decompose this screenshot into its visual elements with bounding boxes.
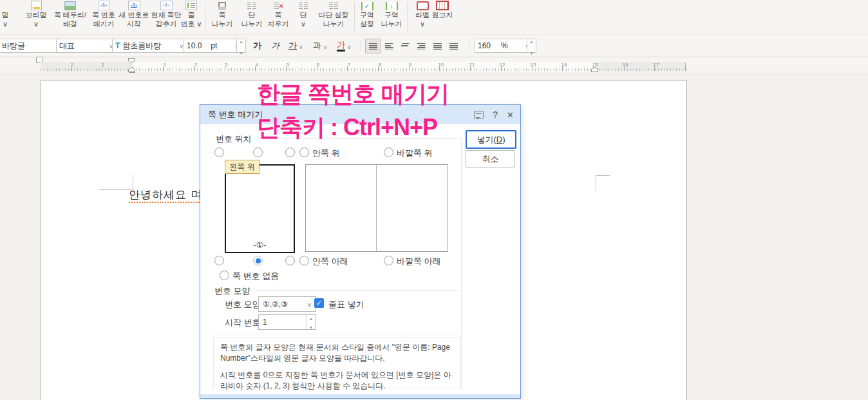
- spin-down-icon[interactable]: [310, 322, 312, 331]
- facing-pages-divider: [376, 165, 377, 251]
- chevron-down-icon: [176, 41, 184, 50]
- radio-outer-top[interactable]: [384, 148, 393, 157]
- style-set-select[interactable]: 대표: [56, 39, 117, 53]
- start-number-value: 1: [263, 318, 267, 327]
- ribbon-separator: [205, 3, 205, 32]
- ruler-number: 12: [500, 62, 505, 68]
- ribbon-item-page-number[interactable]: 쪽 번호 매기기: [88, 0, 120, 34]
- zoom-select[interactable]: 160 %: [475, 39, 533, 53]
- start-number-input[interactable]: 1: [258, 314, 316, 330]
- spin-down-icon[interactable]: [531, 46, 533, 57]
- ruler-number: 17: [654, 62, 659, 68]
- ruler-number: 9: [409, 62, 411, 68]
- ribbon-item-label: 나누기: [208, 19, 236, 28]
- radio-top-right[interactable]: [285, 148, 295, 157]
- ribbon-item-page-break[interactable]: 쪽 나누기: [208, 0, 236, 34]
- chevron-down-icon: ∨: [19, 19, 53, 28]
- font-type-icon: T: [115, 41, 120, 50]
- page-number-dialog: 쪽 번호 매기기 번호 위치 안쪽 위 바깥쪽 위 왼쪽 위 -①- 안쪽 아래: [200, 104, 521, 399]
- align-center-button[interactable]: [397, 39, 413, 53]
- radio-bottom-center[interactable]: [253, 256, 263, 265]
- spin-up-icon[interactable]: [531, 34, 533, 46]
- radio-top-left[interactable]: [214, 148, 224, 157]
- ribbon-item-multicolumn-break[interactable]: 다단 설정 나누기: [315, 0, 352, 34]
- radio-no-page-number[interactable]: [220, 271, 229, 280]
- font-size-select[interactable]: 10.0 pt: [184, 39, 242, 53]
- ribbon-item-section-settings[interactable]: 구역 설정: [355, 0, 379, 34]
- ribbon-item-page-border[interactable]: 쪽 테두리/ 배경: [52, 0, 89, 34]
- bold-button[interactable]: 가: [253, 39, 261, 52]
- align-justify-button[interactable]: [365, 39, 381, 53]
- page-number-icon: [98, 1, 110, 10]
- cancel-button[interactable]: 취소: [466, 150, 515, 167]
- ribbon-item-label: 설정: [355, 19, 379, 28]
- ribbon-item-label: 시작: [116, 19, 152, 28]
- ribbon-item-restart-number[interactable]: 새 번호로 시작: [116, 0, 152, 34]
- font-color-glyph: 가: [337, 41, 345, 52]
- insert-button[interactable]: 넣기(D): [466, 130, 516, 149]
- zoom-unit: %: [501, 41, 508, 50]
- spin-up-icon[interactable]: [240, 34, 243, 46]
- single-page-preview: -①-: [225, 164, 295, 253]
- ribbon-item-label: 지우기: [264, 19, 292, 28]
- paragraph-style-value: 바탕글: [2, 41, 25, 52]
- align-left-icon: [385, 43, 393, 50]
- spin-down-icon[interactable]: [240, 46, 243, 57]
- align-left-button[interactable]: [381, 39, 397, 53]
- align-right-button[interactable]: [413, 39, 429, 53]
- outline-button[interactable]: 과: [313, 39, 328, 52]
- ribbon-item-label: 새 번호로: [116, 10, 152, 19]
- radio-inner-top[interactable]: [299, 148, 309, 157]
- ruler-number: 7: [348, 62, 350, 68]
- annotation-shortcut: 단축키 : Ctrl+N+P: [257, 115, 437, 140]
- start-number-stepper[interactable]: [306, 315, 316, 329]
- align-distribute-button[interactable]: [429, 39, 445, 53]
- chevron-down-icon: [299, 41, 303, 51]
- ribbon-item-label: 배경: [52, 19, 89, 28]
- font-size-stepper[interactable]: [236, 39, 246, 53]
- radio-bottom-left[interactable]: [214, 256, 224, 265]
- section-settings-icon: [361, 2, 373, 10]
- zoom-stepper[interactable]: [527, 39, 536, 53]
- chevron-down-icon: [323, 41, 328, 51]
- ribbon-item-page-delete[interactable]: 쪽 지우기: [264, 0, 292, 34]
- line-spacing-button[interactable]: [446, 39, 461, 53]
- dash-checkbox-label: 줄표 넣기: [328, 299, 364, 310]
- font-color-button[interactable]: 가: [337, 39, 352, 52]
- ribbon-item-label: 구역: [355, 10, 379, 19]
- chevron-down-icon: ∨: [0, 19, 13, 28]
- ribbon-item-footer[interactable]: 꼬리말 ∨: [19, 0, 53, 34]
- toolbar-separator: [361, 41, 361, 51]
- ruler-number: 2: [194, 62, 197, 68]
- radio-no-page-number-label: 쪽 번호 없음: [232, 271, 279, 282]
- font-select[interactable]: T 함초롬바탕: [112, 39, 187, 53]
- ribbon-item-manuscript[interactable]: 원고지: [429, 0, 455, 34]
- number-shape-select[interactable]: ①,②,③: [258, 296, 316, 312]
- zoom-value: 160: [478, 41, 491, 50]
- ribbon-item-section-break[interactable]: 구역 나누기: [379, 0, 404, 34]
- radio-outer-bottom[interactable]: [384, 256, 393, 265]
- help-icon[interactable]: [493, 110, 498, 120]
- ribbon-item-columns[interactable]: 단 ∨: [292, 0, 315, 34]
- number-shape-label: 번호 모양: [225, 299, 261, 310]
- comment-icon[interactable]: [474, 111, 484, 119]
- radio-bottom-right[interactable]: [285, 256, 295, 265]
- spin-up-icon[interactable]: [310, 313, 312, 322]
- ribbon-item-line-number[interactable]: 줄 번호 ∨: [178, 0, 205, 34]
- ribbon-item-column-break[interactable]: 단 나누기: [238, 0, 266, 34]
- italic-button[interactable]: 가: [271, 39, 279, 52]
- underline-button[interactable]: 가: [288, 39, 303, 52]
- ribbon-item-clipped[interactable]: 말 ∨: [0, 0, 13, 34]
- close-icon[interactable]: [507, 110, 514, 120]
- ruler-number: 6: [317, 62, 319, 68]
- ruler-number: 5: [287, 62, 289, 68]
- radio-inner-bottom[interactable]: [299, 256, 309, 265]
- ruler-number: 13: [531, 62, 536, 68]
- ruler: 21123456789101112131415161718: [0, 58, 868, 73]
- ruler-number: 16: [623, 62, 628, 68]
- ruler-number: 10: [439, 62, 444, 68]
- radio-top-center[interactable]: [253, 148, 263, 157]
- dash-checkbox[interactable]: [314, 298, 324, 308]
- radio-inner-bottom-label: 안쪽 아래: [312, 256, 348, 267]
- chevron-down-icon: ∨: [292, 19, 315, 28]
